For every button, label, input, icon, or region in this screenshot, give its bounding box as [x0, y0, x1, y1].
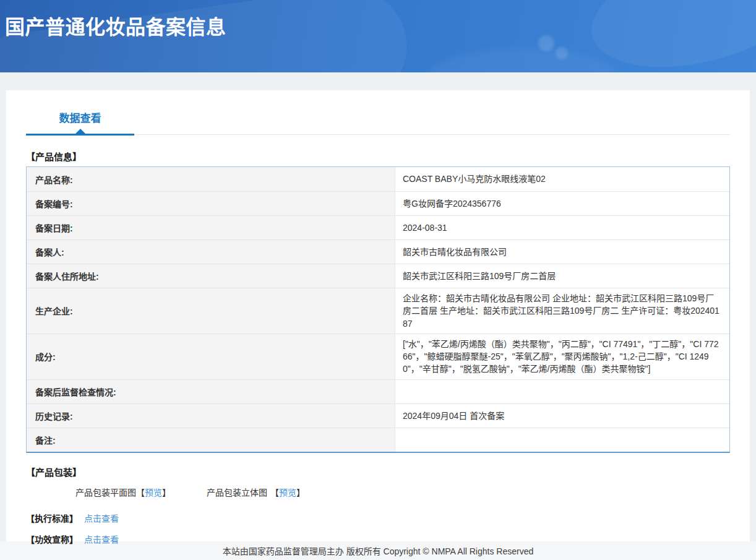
row-value: ["水"，"苯乙烯/丙烯酸（酯）类共聚物"，"丙二醇"，"CI 77491"，"… — [395, 334, 729, 379]
bracket-close: 】 — [296, 488, 305, 498]
row-label: 历史记录: — [27, 404, 395, 428]
row-value: 粤G妆网备字2024356776 — [395, 192, 729, 215]
row-label: 备案日期: — [27, 216, 395, 239]
row-label: 成分: — [27, 334, 395, 379]
row-value: 2024-08-31 — [395, 216, 729, 239]
execution-standard-row: 【执行标准】 点击查看 — [26, 512, 730, 524]
row-value: COAST BABY小马克防水眼线液笔02 — [395, 167, 729, 191]
table-row-registrant-address: 备案人住所地址: 韶关市武江区科阳三路109号厂房二首层 — [27, 264, 729, 288]
tab-data-view-label: 数据查看 — [59, 113, 101, 124]
row-value: 韶关市武江区科阳三路109号厂房二首层 — [395, 264, 729, 288]
packaging-heading: 【产品包装】 — [26, 468, 730, 478]
row-value — [395, 380, 729, 403]
packaging-flat-label: 产品包装平面图 — [75, 488, 136, 498]
row-value: 韶关市古晴化妆品有限公司 — [395, 240, 729, 264]
table-row-history: 历史记录: 2024年09月04日 首次备案 — [27, 403, 729, 428]
packaging-3d-label: 产品包装立体图 — [207, 488, 267, 498]
table-row-registration-number: 备案编号: 粤G妆网备字2024356776 — [27, 191, 729, 215]
packaging-row: 产品包装平面图【预览】 产品包装立体图【预览】 — [75, 486, 730, 498]
preview-flat-link[interactable]: 预览 — [145, 488, 162, 498]
tab-data-view[interactable]: 数据查看 — [26, 110, 134, 134]
row-label: 生产企业: — [27, 288, 395, 334]
row-value: 企业名称：韶关市古晴化妆品有限公司 企业地址：韶关市武江区科阳三路109号厂房二… — [395, 288, 729, 334]
execution-standard-link[interactable]: 点击查看 — [84, 512, 119, 524]
row-label: 产品名称: — [27, 167, 395, 191]
table-row-registrant: 备案人: 韶关市古晴化妆品有限公司 — [27, 239, 729, 264]
bracket-open: 【 — [270, 488, 279, 498]
row-value: 2024年09月04日 首次备案 — [395, 404, 729, 428]
packaging-flat-item: 产品包装平面图【预览】 — [75, 486, 171, 498]
row-label: 备案后监督检查情况: — [27, 380, 395, 403]
tab-active-indicator-caret — [75, 129, 85, 134]
table-row-product-name: 产品名称: COAST BABY小马克防水眼线液笔02 — [27, 167, 729, 191]
table-row-manufacturer: 生产企业: 企业名称：韶关市古晴化妆品有限公司 企业地址：韶关市武江区科阳三路1… — [27, 288, 729, 334]
row-label: 备案编号: — [27, 192, 395, 215]
content-card: 数据查看 【产品信息】 产品名称: COAST BABY小马克防水眼线液笔02 … — [6, 90, 750, 541]
page-header: 国产普通化妆品备案信息 — [0, 0, 756, 72]
header-deco-dot — [556, 47, 568, 59]
bracket-close: 】 — [162, 488, 171, 498]
footer-copyright-text: 本站由国家药品监督管理局主办 版权所有 Copyright © NMPA All… — [223, 545, 533, 557]
tab-bar: 数据查看 — [26, 90, 730, 135]
preview-3d-link[interactable]: 预览 — [279, 488, 296, 498]
table-row-registration-date: 备案日期: 2024-08-31 — [27, 215, 729, 239]
execution-standard-heading: 【执行标准】 — [26, 512, 78, 524]
page-title: 国产普通化妆品备案信息 — [0, 0, 756, 39]
bracket-open: 【 — [136, 488, 145, 498]
table-row-supervision-check: 备案后监督检查情况: — [27, 379, 729, 403]
header-deco-blob — [427, 48, 619, 72]
row-label: 备注: — [27, 428, 395, 452]
table-row-remarks: 备注: — [27, 428, 729, 452]
packaging-3d-item: 产品包装立体图【预览】 — [207, 486, 305, 498]
efficacy-claim-link[interactable]: 点击查看 — [84, 533, 119, 545]
table-row-ingredients: 成分: ["水"，"苯乙烯/丙烯酸（酯）类共聚物"，"丙二醇"，"CI 7749… — [27, 334, 729, 379]
efficacy-claim-heading: 【功效宣称】 — [26, 533, 78, 545]
product-info-heading: 【产品信息】 — [26, 152, 730, 162]
row-value — [395, 428, 729, 452]
row-label: 备案人: — [27, 240, 395, 264]
product-info-table: 产品名称: COAST BABY小马克防水眼线液笔02 备案编号: 粤G妆网备字… — [26, 166, 730, 453]
row-label: 备案人住所地址: — [27, 264, 395, 288]
